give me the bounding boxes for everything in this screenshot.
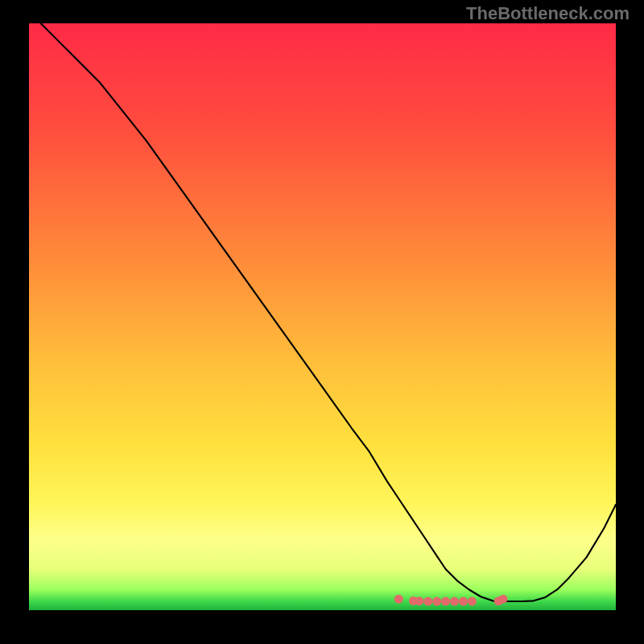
watermark-text: TheBottleneck.com [466, 3, 630, 24]
curve-marker [394, 595, 403, 604]
curve-marker [441, 597, 450, 606]
curve-marker [499, 595, 508, 604]
curve-marker [459, 597, 468, 606]
curve-marker [432, 597, 441, 606]
bottleneck-chart [29, 23, 616, 610]
curve-marker [450, 597, 459, 606]
plot-background [29, 23, 616, 610]
curve-marker [423, 597, 432, 606]
curve-marker [415, 597, 423, 605]
curve-marker [468, 597, 477, 606]
